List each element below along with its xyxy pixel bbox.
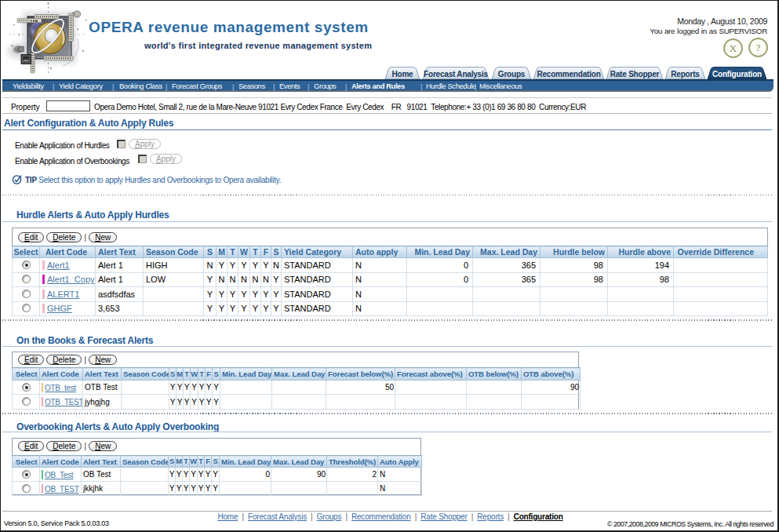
svg-text:Configuration: Configuration xyxy=(712,70,762,78)
svg-text:Reports: Reports xyxy=(671,70,700,78)
svg-text:Groups: Groups xyxy=(498,70,526,78)
svg-text:Home: Home xyxy=(392,70,414,78)
svg-text:Forecast Analysis: Forecast Analysis xyxy=(424,70,488,78)
svg-text:Recommendation: Recommendation xyxy=(537,70,600,78)
svg-text:Rate Shopper: Rate Shopper xyxy=(610,70,660,78)
